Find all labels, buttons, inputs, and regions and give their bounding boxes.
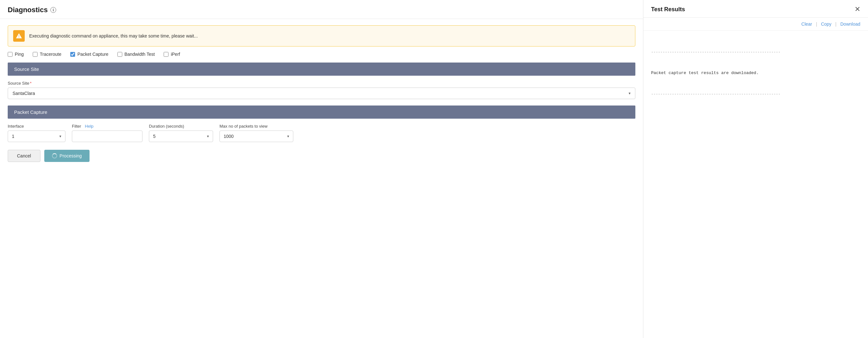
packet-capture-section-header: Packet Capture — [8, 105, 636, 119]
warning-text: Executing diagnostic command on applianc… — [29, 33, 198, 38]
bandwidth-test-checkbox[interactable] — [118, 52, 122, 57]
fields-row: Interface 1 ▾ Filter Help Duration (seco… — [0, 124, 643, 142]
duration-label: Duration (seconds) — [149, 124, 213, 129]
duration-chevron-icon: ▾ — [207, 134, 209, 139]
info-icon[interactable]: ℹ — [51, 7, 56, 13]
divider-2: | — [835, 22, 837, 27]
filter-input[interactable] — [72, 131, 143, 142]
checkbox-ping[interactable]: Ping — [8, 52, 24, 57]
checkbox-traceroute[interactable]: Traceroute — [33, 52, 61, 57]
warning-banner: Executing diagnostic command on applianc… — [8, 25, 636, 46]
filter-field-group: Filter Help — [72, 124, 143, 142]
packet-capture-checkbox[interactable] — [70, 52, 75, 57]
chevron-down-icon: ▾ — [629, 91, 630, 96]
right-panel-actions: Clear | Copy | Download — [643, 18, 868, 31]
divider-bottom: ----------------------------------------… — [651, 91, 860, 98]
buttons-row: Cancel Processing — [0, 150, 643, 162]
duration-value: 5 — [153, 134, 207, 139]
source-site-select[interactable]: SantaClara ▾ — [8, 88, 636, 99]
filter-label-row: Filter Help — [72, 124, 143, 129]
divider-1: | — [816, 22, 817, 27]
close-button[interactable]: ✕ — [855, 6, 860, 13]
ping-label: Ping — [15, 52, 24, 57]
required-indicator: * — [30, 81, 31, 86]
page-title: Diagnostics — [8, 6, 48, 14]
processing-button[interactable]: Processing — [44, 150, 90, 162]
right-panel-header: Test Results ✕ — [643, 0, 868, 18]
interface-select[interactable]: 1 ▾ — [8, 131, 65, 142]
right-panel-title: Test Results — [651, 6, 685, 13]
right-panel: Test Results ✕ Clear | Copy | Download -… — [643, 0, 868, 338]
processing-label: Processing — [60, 153, 82, 159]
duration-field-group: Duration (seconds) 5 ▾ — [149, 124, 213, 142]
source-site-value: SantaClara — [12, 91, 629, 96]
duration-select[interactable]: 5 ▾ — [149, 131, 213, 142]
source-site-label: Source Site* — [0, 81, 643, 86]
cancel-button[interactable]: Cancel — [8, 150, 40, 162]
iperf-label: iPerf — [171, 52, 180, 57]
checkboxes-row: Ping Traceroute Packet Capture Bandwidth… — [0, 52, 643, 57]
iperf-checkbox[interactable] — [164, 52, 168, 57]
max-packets-field-group: Max no of packets to view 1000 ▾ — [219, 124, 293, 142]
traceroute-checkbox[interactable] — [33, 52, 37, 57]
results-content: ----------------------------------------… — [643, 31, 868, 338]
interface-value: 1 — [12, 134, 59, 139]
divider-top: ----------------------------------------… — [651, 49, 860, 56]
interface-chevron-icon: ▾ — [59, 134, 61, 139]
left-panel-header: Diagnostics ℹ — [0, 0, 643, 19]
max-packets-value: 1000 — [224, 134, 287, 139]
clear-button[interactable]: Clear — [801, 22, 812, 27]
max-packets-label: Max no of packets to view — [219, 124, 293, 129]
checkbox-bandwidth-test[interactable]: Bandwidth Test — [118, 52, 155, 57]
traceroute-label: Traceroute — [40, 52, 61, 57]
source-site-section-header: Source Site — [8, 63, 636, 76]
result-main-text: Packet capture test results are download… — [651, 70, 860, 77]
help-link[interactable]: Help — [85, 124, 94, 129]
spinner-icon — [52, 153, 57, 159]
checkbox-iperf[interactable]: iPerf — [164, 52, 180, 57]
interface-field-group: Interface 1 ▾ — [8, 124, 65, 142]
packet-capture-label: Packet Capture — [78, 52, 108, 57]
warning-icon — [13, 30, 25, 42]
ping-checkbox[interactable] — [8, 52, 12, 57]
max-packets-chevron-icon: ▾ — [287, 134, 289, 139]
bandwidth-test-label: Bandwidth Test — [124, 52, 155, 57]
max-packets-select[interactable]: 1000 ▾ — [219, 131, 293, 142]
checkbox-packet-capture[interactable]: Packet Capture — [70, 52, 108, 57]
interface-label: Interface — [8, 124, 65, 129]
download-button[interactable]: Download — [840, 22, 860, 27]
copy-button[interactable]: Copy — [821, 22, 831, 27]
